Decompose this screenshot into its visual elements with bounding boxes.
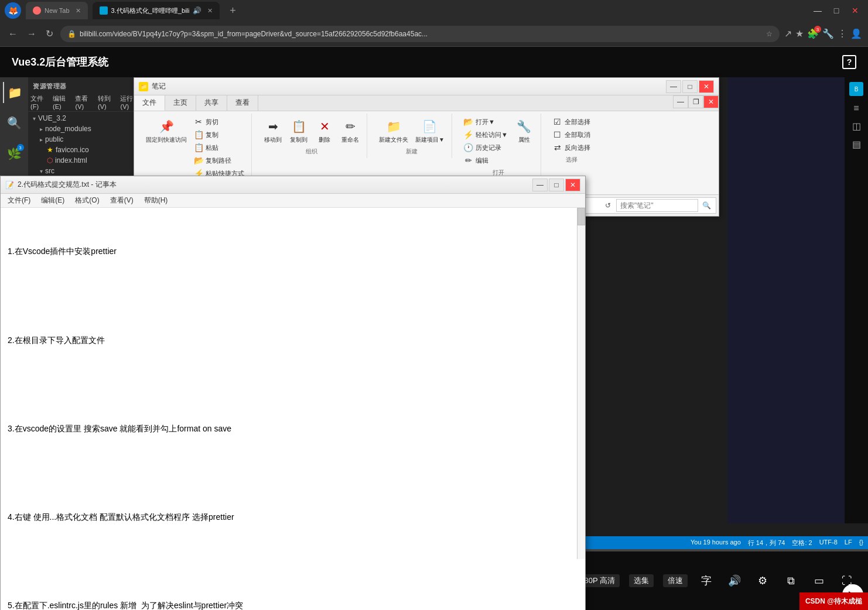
history-button[interactable]: 🕐 历史记录 [462, 142, 510, 153]
tree-item-node-modules[interactable]: ▸ node_modules [28, 124, 141, 134]
status-right-items: You 19 hours ago 行 14，列 74 空格: 2 UTF-8 L… [691, 539, 863, 547]
notepad-menu-format[interactable]: 格式(O) [70, 194, 104, 207]
menu-icon[interactable]: ⋮ [838, 28, 847, 39]
ribbon-tab-home[interactable]: 主页 [165, 95, 196, 111]
fe-search-input[interactable] [616, 199, 698, 212]
file-label: index.html [55, 156, 87, 165]
open-button[interactable]: 📂 打开▼ [462, 116, 510, 128]
back-button[interactable]: ← [6, 26, 20, 42]
notepad-close-button[interactable]: ✕ [565, 179, 580, 191]
close-button[interactable]: ✕ [847, 5, 863, 16]
source-control-icon[interactable]: 🌿 3 [4, 143, 25, 164]
explorer-icon[interactable]: 📁 [3, 82, 26, 103]
bili-sidebar-icon-2[interactable]: ◫ [852, 121, 861, 132]
copy-path-button[interactable]: 📂 复制路径 [192, 155, 247, 166]
maximize-button[interactable]: □ [682, 80, 698, 93]
bili-sidebar-icon-3[interactable]: ▤ [852, 139, 861, 150]
new-tab-button[interactable]: + [224, 2, 241, 19]
browser-tab-active[interactable]: 3.代码格式化_哔哩哔哩_bili 🔊 ✕ [93, 2, 220, 19]
bili-sidebar-icon-1[interactable]: ≡ [853, 103, 859, 114]
notepad-content-area[interactable]: 1.在Vscode插件中安装prettier 2.在根目录下导入配置文件 3.在… [1, 208, 585, 610]
menu-view[interactable]: 查看(V) [75, 94, 93, 110]
scissors-icon: ✂ [194, 117, 203, 126]
open-items: 📂 打开▼ ⚡ 轻松访问▼ 🕐 历史记录 [462, 116, 536, 166]
pin-button[interactable]: 📌 固定到快速访问 [143, 116, 189, 179]
ribbon-tab-file[interactable]: 文件 [134, 95, 165, 111]
tab-close-inactive[interactable]: ✕ [76, 7, 81, 15]
minimize-button[interactable]: — [809, 5, 826, 16]
tree-item-vue32[interactable]: ▾ VUE_3.2 [28, 113, 141, 124]
fe-refresh-icon[interactable]: ↺ [602, 200, 614, 211]
minimize-button[interactable]: — [666, 80, 681, 93]
help-button[interactable]: ? [842, 55, 856, 69]
properties-label: 属性 [518, 136, 530, 144]
browser-tab-inactive[interactable]: New Tab ✕ [26, 2, 88, 19]
rename-button[interactable]: ✏ 重命名 [339, 116, 362, 145]
tree-item-favicon[interactable]: ★ favicon.ico [28, 145, 141, 155]
move-button[interactable]: ➡ 移动到 [261, 116, 285, 145]
properties-button[interactable]: 🔧 属性 [512, 116, 536, 166]
settings-button[interactable]: ⚙ [753, 571, 772, 590]
copy-button[interactable]: 📋 复制 [192, 129, 247, 140]
paste-button[interactable]: 📋 粘贴 [192, 142, 247, 153]
delete-button[interactable]: ✕ 删除 [313, 116, 336, 145]
extension-icon[interactable]: 🧩 3 [807, 28, 819, 39]
tab-close-active[interactable]: ✕ [207, 7, 213, 15]
theater-button[interactable]: ▭ [809, 571, 828, 590]
reverse-select-button[interactable]: ⇄ 反向选择 [551, 142, 593, 153]
close-button[interactable]: ✕ [699, 80, 714, 93]
select-all-button[interactable]: ☑ 全部选择 [551, 116, 593, 128]
volume-button[interactable]: 🔊 [725, 571, 744, 590]
cut-button[interactable]: ✂ 剪切 [192, 116, 247, 128]
profile-icon[interactable]: 👤 [850, 28, 862, 39]
share-icon[interactable]: ↗ [784, 28, 792, 39]
tree-item-public[interactable]: ▸ public [28, 134, 141, 145]
subtitles-button[interactable]: 字 [697, 571, 716, 590]
select-items: ☑ 全部选择 ☐ 全部取消 ⇄ 反向选择 [551, 116, 593, 153]
tree-item-index-html[interactable]: ⬡ index.html [28, 155, 141, 166]
menu-file[interactable]: 文件(F) [30, 94, 48, 110]
easy-access-button[interactable]: ⚡ 轻松访问▼ [462, 129, 510, 140]
edit-button[interactable]: ✏ 编辑 [462, 155, 510, 166]
notepad-titlebar: 📝 2.代码格式提交规范.txt - 记事本 — □ ✕ [1, 176, 585, 194]
new-folder-button[interactable]: 📁 新建文件夹 [377, 116, 411, 145]
tree-item-src[interactable]: ▾ src [28, 166, 141, 176]
maximize-button[interactable]: □ [828, 5, 845, 16]
refresh-button[interactable]: ↻ [43, 26, 56, 42]
menu-go[interactable]: 转到(V) [98, 94, 116, 110]
pip-button[interactable]: ⧉ [781, 571, 800, 590]
notepad-menu-edit[interactable]: 编辑(E) [36, 194, 69, 207]
notepad-scrollbar[interactable] [577, 208, 585, 559]
new-folder-label: 新建文件夹 [379, 136, 408, 144]
tab-label-inactive: New Tab [45, 7, 70, 14]
select-none-button[interactable]: ☐ 全部取消 [551, 129, 593, 140]
new-item-label: 新建项目▼ [415, 136, 445, 144]
restore-btn-ribbon[interactable]: ❐ [688, 95, 703, 108]
copy-label: 复制 [206, 131, 218, 139]
new-item-button[interactable]: 📄 新建项目▼ [413, 116, 447, 145]
copy-to-button[interactable]: 📋 复制到 [287, 116, 310, 145]
puzzle-icon[interactable]: 🔧 [822, 28, 834, 39]
minimize-btn-ribbon[interactable]: — [673, 95, 688, 108]
close-btn-ribbon[interactable]: ✕ [703, 95, 719, 108]
ribbon-tab-share[interactable]: 共享 [196, 95, 227, 111]
search-icon[interactable]: 🔍 [4, 112, 25, 133]
notepad-minimize-button[interactable]: — [532, 179, 548, 191]
playlist-button[interactable]: 选集 [629, 574, 654, 587]
ribbon-tab-view[interactable]: 查看 [227, 95, 258, 111]
address-bar[interactable]: 🔒 bilibili.com/video/BV1pq4y1c7oy?p=3&sp… [60, 26, 780, 42]
notepad-menu-help[interactable]: 帮助(H) [139, 194, 173, 207]
reverse-icon: ⇄ [553, 143, 562, 152]
speed-button[interactable]: 倍速 [663, 574, 688, 587]
bookmark-icon[interactable]: ☆ [766, 30, 773, 38]
notepad-menu-view[interactable]: 查看(V) [105, 194, 138, 207]
lock-icon: 🔒 [67, 30, 76, 38]
star-icon[interactable]: ★ [795, 28, 804, 39]
forward-button[interactable]: → [25, 26, 39, 42]
scroll-thumb[interactable] [577, 208, 585, 225]
chevron-right-icon: ▸ [40, 136, 43, 143]
menu-edit[interactable]: 编辑(E) [53, 94, 71, 110]
notepad-maximize-button[interactable]: □ [549, 179, 564, 191]
notepad-menu-file[interactable]: 文件(F) [3, 194, 35, 207]
fe-search-button[interactable]: 🔍 [700, 200, 712, 211]
